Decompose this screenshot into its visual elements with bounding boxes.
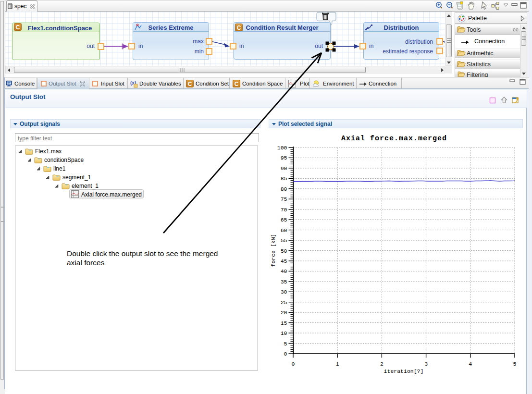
svg-text:C: C — [235, 81, 239, 87]
svg-text:C: C — [188, 81, 192, 87]
